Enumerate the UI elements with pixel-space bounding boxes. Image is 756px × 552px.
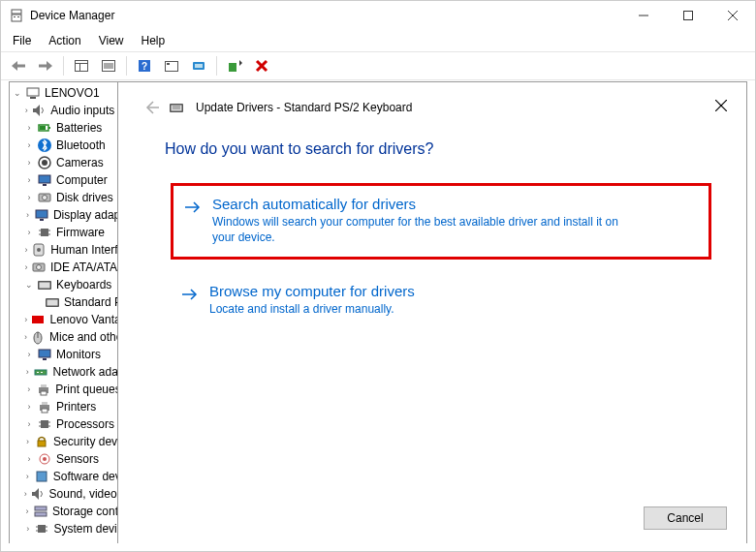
speaker-icon [31, 103, 47, 118]
svg-rect-38 [39, 175, 50, 183]
expand-icon[interactable]: › [23, 488, 28, 500]
uninstall-device-button[interactable] [250, 54, 273, 77]
svg-rect-12 [76, 61, 88, 72]
collapse-icon[interactable]: ⌄ [12, 87, 23, 99]
maximize-button[interactable] [666, 1, 710, 30]
tree-label: Processors [56, 417, 114, 431]
toolbar-separator [216, 56, 217, 76]
tree-item[interactable]: ›Display adapters [10, 206, 117, 224]
svg-marker-8 [12, 61, 17, 71]
action-toolbar-button[interactable] [160, 54, 183, 77]
expand-icon[interactable]: › [23, 261, 29, 273]
expand-icon[interactable]: › [23, 174, 35, 186]
tree-item[interactable]: ›Disk drives [10, 189, 117, 206]
tree-item[interactable]: ⌄Keyboards [10, 276, 117, 293]
expand-icon[interactable]: › [23, 453, 35, 465]
expand-icon[interactable]: › [23, 227, 35, 238]
tree-root[interactable]: ⌄LENOVO1 [10, 84, 117, 102]
expand-icon[interactable]: › [23, 244, 29, 256]
svg-rect-30 [30, 97, 36, 99]
tree-item[interactable]: ›Software devices [10, 468, 117, 485]
expand-icon[interactable]: › [23, 157, 35, 169]
expand-icon[interactable]: ⌄ [23, 279, 35, 291]
bluetooth-icon [37, 138, 52, 153]
tree-item[interactable]: ›Printers [10, 398, 117, 415]
tree-item[interactable]: ›Audio inputs and outputs [10, 102, 117, 119]
svg-rect-83 [38, 525, 46, 533]
expand-icon[interactable]: › [23, 139, 35, 151]
tree-label: Print queues [55, 383, 117, 396]
tree-item[interactable]: ›Security devices [10, 433, 117, 450]
help-button[interactable]: ? [133, 54, 156, 77]
expand-icon[interactable]: › [23, 401, 35, 413]
computer-icon [25, 85, 41, 101]
expand-icon[interactable]: › [23, 349, 35, 360]
tree-item[interactable]: ›Cameras [10, 154, 117, 171]
tree-item[interactable]: ›Computer [10, 171, 117, 189]
tree-label: Storage controllers [52, 505, 117, 518]
tree-item[interactable]: ›Processors [10, 415, 117, 433]
tree-item[interactable]: ›Storage controllers [10, 503, 117, 520]
monitor-icon [34, 207, 49, 223]
toolbar-separator [63, 56, 64, 76]
tree-label: Cameras [56, 156, 104, 169]
speaker-icon [30, 486, 46, 502]
close-button[interactable] [710, 1, 755, 30]
tree-item[interactable]: ›Sensors [10, 450, 117, 468]
svg-rect-79 [37, 472, 47, 481]
tree-label: Disk drives [56, 191, 113, 204]
wizard-back-button[interactable] [142, 98, 161, 117]
tree-item[interactable]: ›Human Interface Devices [10, 241, 117, 259]
show-hide-tree-button[interactable] [70, 54, 93, 77]
minimize-button[interactable] [621, 1, 666, 30]
expand-icon[interactable]: › [23, 471, 32, 482]
expand-icon[interactable]: › [23, 366, 31, 378]
tree-item[interactable]: Standard PS/2 Keyboard [10, 293, 117, 311]
expand-icon[interactable]: › [23, 122, 35, 134]
expand-icon[interactable]: › [23, 506, 31, 517]
svg-rect-25 [229, 63, 236, 72]
tree-item[interactable]: ›Bluetooth [10, 137, 117, 154]
tree-item[interactable]: ›Monitors [10, 346, 117, 363]
expand-icon[interactable]: › [23, 523, 32, 535]
toolbar: ? [1, 51, 755, 80]
tree-item[interactable]: ›IDE ATA/ATAPI controllers [10, 259, 117, 276]
svg-rect-3 [17, 16, 19, 17]
tree-item[interactable]: ›Batteries [10, 119, 117, 137]
expand-icon[interactable]: › [23, 418, 35, 430]
expand-icon[interactable]: › [23, 436, 32, 447]
update-driver-button[interactable] [223, 54, 246, 77]
expand-icon[interactable]: › [23, 209, 32, 221]
expand-icon[interactable]: › [23, 383, 34, 395]
tree-item[interactable]: ›Network adapters [10, 363, 117, 381]
tree-item[interactable]: ›Print queues [10, 381, 117, 398]
tree-item[interactable]: ›Sound, video and game controllers [10, 485, 117, 503]
tree-item[interactable]: ›Lenovo Vantage Component [10, 311, 117, 328]
device-tree[interactable]: ⌄LENOVO1›Audio inputs and outputs›Batter… [9, 81, 117, 543]
tree-item[interactable]: ›Mice and other pointing devices [10, 328, 117, 346]
menu-view[interactable]: View [91, 32, 132, 49]
content-area: ⌄LENOVO1›Audio inputs and outputs›Batter… [1, 80, 755, 551]
disk-icon [31, 260, 47, 275]
tree-label: Display adapters [53, 208, 117, 222]
svg-rect-69 [42, 402, 47, 405]
tree-item[interactable]: ›Firmware [10, 224, 117, 241]
expand-icon[interactable]: › [23, 192, 35, 203]
tree-item[interactable]: ›System devices [10, 520, 117, 537]
storage-icon [33, 504, 48, 519]
expand-icon[interactable]: › [23, 331, 28, 343]
menu-action[interactable]: Action [41, 32, 88, 49]
option-browse-computer[interactable]: Browse my computer for drivers Locate an… [171, 273, 711, 328]
option-search-automatically[interactable]: Search automatically for drivers Windows… [171, 183, 711, 260]
wizard-header: Update Drivers - Standard PS/2 Keyboard [142, 98, 723, 117]
back-button[interactable] [7, 54, 30, 77]
cancel-button[interactable]: Cancel [644, 506, 727, 530]
properties-button[interactable] [97, 54, 120, 77]
menu-file[interactable]: File [5, 32, 39, 49]
wizard-close-button[interactable] [711, 96, 731, 115]
scan-hardware-button[interactable] [187, 54, 210, 77]
expand-icon[interactable]: › [23, 314, 28, 325]
expand-icon[interactable]: › [23, 105, 29, 116]
menu-help[interactable]: Help [134, 32, 173, 49]
forward-button[interactable] [34, 54, 57, 77]
